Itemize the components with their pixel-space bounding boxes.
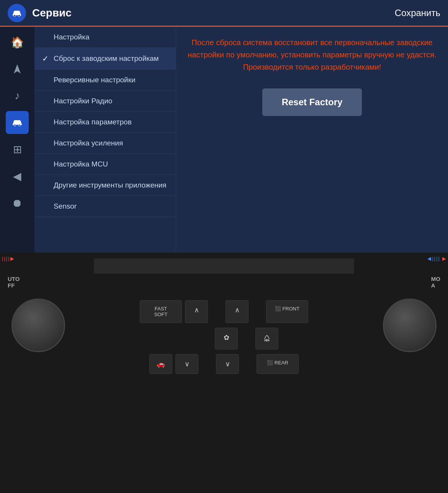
page-title: Сервис [32, 7, 395, 19]
slider-bar[interactable] [94, 258, 354, 274]
nav-home-circle[interactable]: ⏺ [6, 191, 29, 214]
knob-right[interactable] [383, 299, 437, 352]
physical-controls: ||||▶ ◀|||| ▶ UTO FF MO A FAST SOFT ∧ ∧ … [0, 253, 448, 493]
up-arrow-left-button[interactable]: ∧ [185, 300, 208, 323]
svg-point-7 [265, 340, 266, 341]
screen: Сервис Сохранить 🏠 ♪ ⊞ ◀ ⏺ [0, 0, 448, 253]
nav-car[interactable] [6, 111, 29, 134]
red-bars-left: ||||▶ [2, 256, 15, 261]
button-row-1: FAST SOFT ∧ ∧ ⬛ FRONT [63, 300, 385, 323]
reset-factory-button[interactable]: Reset Factory [262, 88, 362, 116]
nav-back[interactable]: ◀ [6, 165, 29, 188]
heat-icon-button[interactable] [255, 328, 278, 349]
menu-item-parametrov[interactable]: Настройка параметров [34, 112, 176, 133]
save-button[interactable]: Сохранить [395, 8, 440, 18]
svg-point-4 [19, 124, 21, 126]
nav-navigation[interactable] [6, 57, 29, 80]
menu-item-sbros[interactable]: ✓ Сброс к заводским настройкам [34, 48, 176, 70]
warning-text: После сброса система восстановит все пер… [188, 36, 437, 73]
side-navigation: 🏠 ♪ ⊞ ◀ ⏺ [0, 27, 34, 253]
spacer3 [170, 328, 212, 349]
knob-left[interactable] [11, 299, 65, 352]
rear-button[interactable]: ⬛ REAR [257, 354, 299, 374]
temp-indicator-left: ||||▶ [0, 253, 61, 264]
nav-apps[interactable]: ⊞ [6, 138, 29, 161]
menu-item-radio[interactable]: Настройки Радио [34, 91, 176, 112]
car-icon-btn-wrapper: 🚗 [149, 354, 172, 374]
menu-item-usileniya[interactable]: Настройка усиления [34, 133, 176, 154]
blue-bars-right: ◀|||| [427, 256, 440, 261]
main-content: 🏠 ♪ ⊞ ◀ ⏺ Настройка [0, 27, 448, 253]
label-ff: FF [8, 282, 20, 289]
svg-point-9 [268, 340, 270, 341]
label-mo: MO [431, 276, 440, 282]
label-mo-a: MO A [431, 276, 440, 289]
svg-point-3 [14, 124, 16, 126]
svg-marker-2 [14, 64, 21, 73]
menu-item-sensor[interactable]: Sensor [34, 196, 176, 217]
front-button[interactable]: ⬛ FRONT [266, 300, 308, 323]
temp-indicator-right: ◀|||| ▶ [387, 253, 448, 264]
button-row-3: 🚗 ∨ ∨ ⬛ REAR [73, 354, 375, 374]
menu-item-nastroika[interactable]: Настройка [34, 27, 176, 48]
menu-item-mcu[interactable]: Настройка MCU [34, 154, 176, 175]
red-arrow-right: ▶ [442, 256, 446, 261]
car-silhouette-button[interactable]: 🚗 [149, 354, 172, 374]
up-arrow-center-button[interactable]: ∧ [226, 300, 249, 323]
svg-point-0 [14, 15, 16, 16]
spacer6 [242, 354, 253, 374]
header: Сервис Сохранить [0, 0, 448, 27]
menu-item-drugie[interactable]: Другие инструменты приложения [34, 175, 176, 196]
spacer2 [252, 300, 263, 323]
label-uto: UTO [8, 276, 20, 282]
svg-point-8 [267, 341, 268, 342]
header-car-icon [8, 4, 26, 22]
spacer5 [201, 354, 213, 374]
button-row-2: ✿ [93, 328, 355, 349]
down-arrow-left-button[interactable]: ∨ [175, 354, 198, 374]
down-arrow-center-button[interactable]: ∨ [216, 354, 239, 374]
label-a: A [431, 282, 440, 289]
nav-home[interactable]: 🏠 [6, 31, 29, 54]
fast-soft-button[interactable]: FAST SOFT [140, 300, 182, 323]
content-area: После сброса система восстановит все пер… [176, 27, 448, 253]
nav-music[interactable]: ♪ [6, 84, 29, 107]
menu-item-reversivnye[interactable]: Реверсивные настройки [34, 70, 176, 91]
fan-icon-button[interactable]: ✿ [215, 328, 238, 349]
spacer4 [241, 328, 252, 349]
spacer [211, 300, 222, 323]
menu-panel: Настройка ✓ Сброс к заводским настройкам… [34, 27, 176, 253]
label-row: UTO FF MO A [0, 276, 448, 289]
label-auto-ff: UTO FF [8, 276, 20, 289]
svg-point-1 [18, 15, 20, 16]
